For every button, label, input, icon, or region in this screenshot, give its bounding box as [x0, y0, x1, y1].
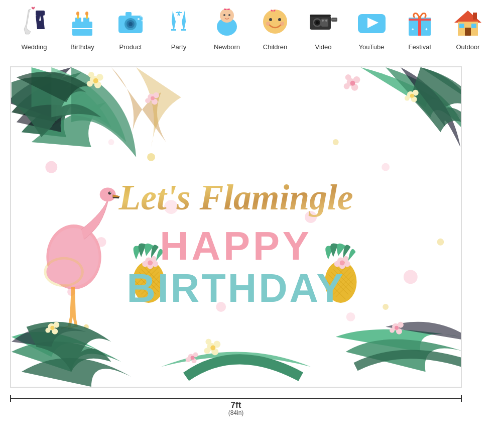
outdoor-label: Outdoor: [456, 43, 480, 51]
svg-point-133: [395, 326, 399, 330]
svg-point-128: [191, 356, 195, 360]
children-label: Children: [263, 43, 287, 51]
svg-point-96: [100, 187, 116, 201]
svg-point-67: [437, 239, 444, 246]
svg-point-35: [325, 20, 327, 22]
svg-text:Let's Flamingle: Let's Flamingle: [118, 177, 353, 217]
birthday-icon: [65, 5, 100, 40]
svg-point-8: [85, 12, 88, 16]
category-youtube[interactable]: YouTube: [354, 5, 389, 51]
svg-point-90: [405, 96, 410, 101]
svg-point-25: [269, 18, 272, 21]
width-in-label: (84in): [228, 409, 244, 416]
svg-point-12: [129, 22, 133, 26]
svg-point-63: [346, 312, 355, 321]
svg-point-14: [138, 18, 140, 20]
category-birthday[interactable]: Birthday: [65, 5, 100, 51]
svg-point-105: [148, 261, 153, 266]
svg-point-122: [205, 339, 211, 345]
svg-point-84: [344, 83, 350, 89]
svg-point-112: [340, 261, 345, 266]
svg-point-16: [141, 20, 143, 21]
svg-point-85: [345, 74, 351, 80]
svg-point-127: [186, 357, 191, 362]
svg-point-69: [383, 304, 389, 310]
svg-point-80: [151, 96, 155, 100]
svg-point-117: [50, 326, 54, 330]
category-outdoor[interactable]: Outdoor: [450, 5, 485, 51]
svg-text:BIRTHDAY: BIRTHDAY: [127, 266, 345, 310]
wedding-icon: [17, 5, 52, 40]
category-product[interactable]: Product: [113, 5, 148, 51]
svg-point-132: [390, 328, 395, 333]
svg-text:HAPPY: HAPPY: [160, 223, 312, 268]
svg-point-73: [87, 81, 93, 87]
svg-point-61: [382, 163, 390, 171]
svg-point-15: [140, 16, 142, 17]
svg-point-130: [398, 322, 404, 328]
svg-point-97: [108, 191, 111, 194]
svg-point-74: [88, 72, 94, 78]
product-label: Product: [119, 43, 142, 51]
svg-point-98: [110, 192, 111, 193]
categories-row: Wedding Birthday: [0, 0, 502, 56]
video-label: Video: [315, 43, 331, 51]
youtube-label: YouTube: [358, 43, 384, 51]
svg-text:✦: ✦: [411, 27, 415, 32]
svg-point-26: [278, 18, 281, 21]
festival-label: Festival: [409, 43, 431, 51]
svg-rect-13: [126, 12, 132, 16]
category-party[interactable]: Party: [161, 5, 196, 51]
video-icon: [306, 5, 341, 40]
svg-rect-52: [471, 24, 476, 28]
newborn-icon: [209, 5, 244, 40]
svg-point-28: [280, 22, 284, 26]
svg-point-91: [410, 94, 414, 98]
svg-point-55: [45, 161, 57, 173]
wedding-label: Wedding: [21, 43, 47, 51]
youtube-icon: [354, 5, 389, 40]
product-icon: [113, 5, 148, 40]
party-icon: [161, 5, 196, 40]
svg-point-34: [322, 20, 324, 22]
svg-rect-50: [465, 28, 471, 36]
svg-point-64: [108, 139, 114, 145]
children-icon: [258, 5, 293, 40]
svg-rect-0: [36, 11, 45, 16]
svg-point-23: [228, 14, 230, 16]
category-children[interactable]: Children: [258, 5, 293, 51]
svg-point-75: [93, 78, 98, 83]
svg-marker-48: [454, 11, 481, 23]
svg-point-7: [76, 12, 79, 16]
svg-point-22: [223, 14, 225, 16]
svg-point-95: [46, 260, 81, 285]
outdoor-icon: [450, 5, 485, 40]
product-image-container: Let's Flamingle HAPPY BIRTHDAY: [10, 66, 492, 388]
svg-rect-36: [310, 15, 331, 17]
svg-rect-53: [473, 13, 477, 20]
category-video[interactable]: Video: [306, 5, 341, 51]
svg-point-27: [266, 22, 270, 26]
svg-point-121: [204, 348, 210, 354]
svg-point-45: [418, 16, 421, 19]
product-image: Let's Flamingle HAPPY BIRTHDAY: [10, 66, 462, 388]
svg-point-86: [350, 81, 355, 86]
svg-text:✦: ✦: [425, 27, 428, 32]
svg-point-65: [147, 153, 155, 161]
svg-point-66: [333, 139, 339, 145]
svg-point-114: [53, 322, 59, 328]
svg-point-32: [316, 21, 319, 24]
category-newborn[interactable]: Newborn: [209, 5, 244, 51]
party-label: Party: [171, 43, 186, 51]
svg-point-79: [145, 98, 150, 103]
category-festival[interactable]: ✦ ✦ Festival: [402, 5, 437, 51]
svg-point-116: [45, 328, 50, 333]
birthday-label: Birthday: [70, 43, 94, 51]
festival-icon: ✦ ✦: [402, 5, 437, 40]
category-wedding[interactable]: Wedding: [17, 5, 52, 51]
svg-rect-51: [459, 24, 464, 28]
svg-point-21: [220, 9, 234, 23]
svg-point-123: [210, 346, 215, 351]
width-ft-label: 7ft: [231, 400, 241, 410]
newborn-label: Newborn: [214, 43, 240, 51]
